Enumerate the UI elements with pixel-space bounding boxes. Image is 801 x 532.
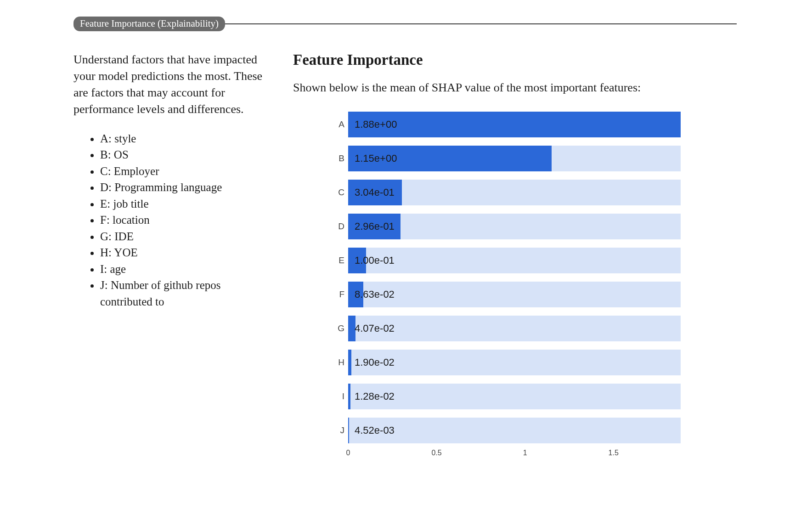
bar-track: 1.00e-01 [348,248,681,273]
chart-x-axis: 00.511.5 [348,449,681,459]
axis-tick: 0 [346,449,350,457]
legend-item: H: YOE [100,244,271,261]
bar-category-label: F [332,289,344,300]
bar-track: 4.52e-03 [348,418,681,443]
bar-category-label: E [332,255,344,266]
bar-row: E1.00e-01 [332,248,681,273]
bar-fill [348,418,349,443]
bar-value-label: 1.15e+00 [355,153,397,164]
left-column: Understand factors that have impacted yo… [73,51,271,459]
bar-category-label: H [332,357,344,368]
bar-row: B1.15e+00 [332,146,681,171]
legend-item: E: job title [100,196,271,212]
section-pill: Feature Importance (Explainability) [73,17,225,31]
bar-category-label: J [332,425,344,436]
feature-importance-chart: A1.88e+00B1.15e+00C3.04e-01D2.96e-01E1.0… [332,112,681,459]
bar-value-label: 1.28e-02 [355,391,395,402]
bar-value-label: 1.90e-02 [355,357,395,368]
bar-fill [348,350,351,375]
section-divider [225,23,737,24]
bar-track: 4.07e-02 [348,316,681,341]
bar-category-label: G [332,323,344,334]
chart-bars-container: A1.88e+00B1.15e+00C3.04e-01D2.96e-01E1.0… [332,112,681,443]
legend-item: J: Number of github repos contributed to [100,277,271,310]
chart-subtitle: Shown below is the mean of SHAP value of… [293,79,737,96]
bar-track: 1.28e-02 [348,384,681,409]
axis-tick: 1.5 [609,449,619,457]
bar-row: C3.04e-01 [332,180,681,205]
bar-row: J4.52e-03 [332,418,681,443]
bar-fill [348,384,350,409]
bar-fill [348,112,681,137]
legend-item: C: Employer [100,163,271,180]
bar-row: H1.90e-02 [332,350,681,375]
bar-category-label: D [332,221,344,232]
content-columns: Understand factors that have impacted yo… [73,51,737,459]
bar-track: 3.04e-01 [348,180,681,205]
legend-item: D: Programming language [100,179,271,196]
bar-value-label: 1.88e+00 [355,119,397,130]
bar-category-label: A [332,119,344,130]
bar-row: D2.96e-01 [332,214,681,239]
bar-track: 1.15e+00 [348,146,681,171]
bar-track: 2.96e-01 [348,214,681,239]
bar-category-label: I [332,391,344,402]
bar-row: I1.28e-02 [332,384,681,409]
legend-item: G: IDE [100,228,271,245]
section-header: Feature Importance (Explainability) [73,17,737,31]
bar-row: A1.88e+00 [332,112,681,137]
legend-item: I: age [100,261,271,277]
legend-item: F: location [100,212,271,228]
chart-title: Feature Importance [293,51,737,68]
intro-paragraph: Understand factors that have impacted yo… [73,51,271,118]
bar-row: F8.63e-02 [332,282,681,307]
axis-tick: 1 [523,449,527,457]
bar-value-label: 4.52e-03 [355,424,395,436]
bar-value-label: 3.04e-01 [355,187,395,198]
legend-item: B: OS [100,147,271,163]
bar-track: 1.88e+00 [348,112,681,137]
bar-row: G4.07e-02 [332,316,681,341]
feature-legend-list: A: styleB: OSC: EmployerD: Programming l… [73,130,271,310]
bar-category-label: C [332,187,344,198]
bar-value-label: 4.07e-02 [355,323,395,334]
legend-item: A: style [100,130,271,147]
bar-value-label: 1.00e-01 [355,255,395,266]
axis-tick: 0.5 [431,449,441,457]
bar-category-label: B [332,153,344,164]
bar-value-label: 2.96e-01 [355,221,395,232]
bar-value-label: 8.63e-02 [355,289,395,300]
right-column: Feature Importance Shown below is the me… [293,51,737,459]
bar-track: 8.63e-02 [348,282,681,307]
bar-track: 1.90e-02 [348,350,681,375]
